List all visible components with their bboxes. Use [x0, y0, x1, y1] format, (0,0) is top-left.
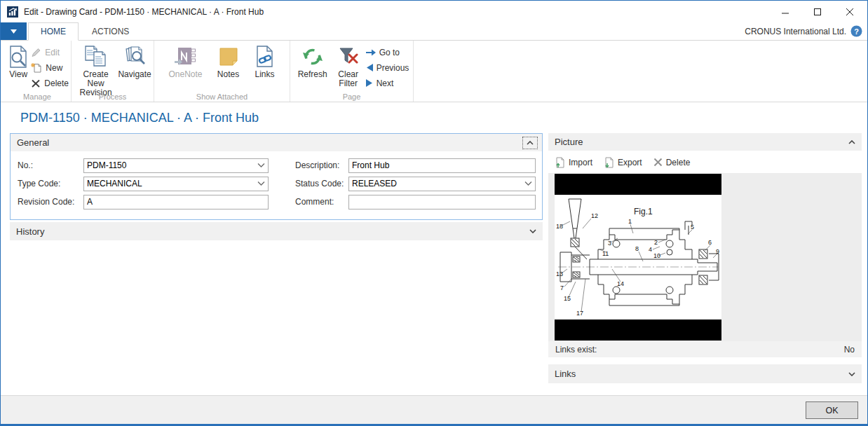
general-right-column: Description: Status Code: Comment: [295, 158, 536, 209]
help-icon[interactable]: ? [850, 25, 862, 37]
links-exist-label: Links exist: [555, 345, 597, 355]
footer-bar: OK [1, 395, 867, 424]
go-to-arrow-icon [366, 49, 376, 56]
navigate-button[interactable]: Navigate [118, 42, 151, 79]
comment-field [348, 195, 536, 209]
close-button[interactable] [834, 1, 866, 22]
create-new-revision-button[interactable]: Create New Revision [74, 42, 118, 97]
chevron-down-icon [257, 181, 265, 186]
status-code-label: Status Code: [295, 179, 348, 188]
description-input[interactable] [348, 158, 536, 173]
svg-text:18: 18 [556, 223, 563, 230]
maximize-button[interactable] [801, 1, 834, 22]
edit-button[interactable]: Edit [31, 46, 69, 58]
links-title: Links [555, 369, 576, 379]
svg-text:6: 6 [708, 239, 712, 246]
links-button[interactable]: Links [250, 42, 280, 79]
type-code-field [83, 177, 269, 191]
comment-label: Comment: [295, 197, 348, 207]
group-label-manage: Manage [4, 92, 71, 101]
minimize-icon [781, 8, 789, 16]
window-controls [769, 1, 866, 22]
type-code-input[interactable] [83, 177, 269, 191]
picture-header[interactable]: Picture [548, 133, 862, 151]
onenote-icon [175, 44, 197, 69]
type-code-dropdown-button[interactable] [257, 181, 265, 186]
previous-button[interactable]: Previous [366, 62, 409, 74]
onenote-button[interactable]: OneNote [164, 42, 208, 79]
svg-text:?: ? [854, 27, 859, 36]
history-expand-button[interactable] [529, 229, 536, 233]
previous-arrow-icon [366, 64, 373, 71]
general-collapse-button[interactable] [522, 137, 538, 149]
picture-toolbar: Import Export Delete [548, 152, 862, 172]
next-arrow-icon [366, 79, 373, 87]
no-input[interactable] [83, 158, 269, 173]
svg-text:7: 7 [560, 284, 564, 291]
status-code-input[interactable] [348, 177, 536, 191]
tab-actions[interactable]: ACTIONS [80, 22, 141, 40]
refresh-button[interactable]: Refresh [294, 42, 331, 79]
revision-code-label: Revision Code: [18, 197, 83, 207]
application-menu-button[interactable] [1, 22, 27, 40]
svg-text:3: 3 [608, 240, 611, 247]
go-to-button[interactable]: Go to [366, 46, 409, 58]
svg-text:5: 5 [691, 224, 694, 231]
drawing-callouts: 18 12 3 11 1 2 5 4 10 8 6 9 13 7 [556, 212, 719, 317]
links-fasttab[interactable]: Links [548, 364, 862, 383]
page-title: PDM-1150 · MECHANICAL · A · Front Hub [20, 111, 259, 125]
next-button[interactable]: Next [366, 77, 409, 89]
description-label: Description: [295, 160, 348, 170]
view-icon [8, 44, 29, 69]
create-new-revision-icon [84, 44, 108, 69]
history-fasttab[interactable]: History [10, 222, 543, 240]
general-header[interactable]: General [11, 134, 542, 151]
svg-text:2: 2 [654, 239, 658, 246]
svg-text:4: 4 [649, 246, 652, 253]
drawing-image[interactable]: 18 12 3 11 1 2 5 4 10 8 6 9 13 7 [555, 174, 721, 341]
maximize-icon [813, 8, 822, 16]
new-button[interactable]: New [31, 62, 69, 74]
status-code-dropdown-button[interactable] [524, 181, 532, 186]
svg-text:15: 15 [564, 295, 571, 302]
history-title: History [16, 226, 44, 237]
no-dropdown-button[interactable] [257, 163, 265, 168]
links-icon [255, 44, 275, 69]
links-expand-button[interactable] [848, 372, 855, 376]
general-title: General [17, 137, 49, 148]
window-title: Edit - Drawing Card - PDM-1150 · MECHANI… [24, 7, 264, 17]
new-document-icon [31, 62, 42, 74]
general-fasttab: General No.: Type Code: [10, 133, 543, 220]
picture-collapse-button[interactable] [848, 140, 855, 144]
type-code-label: Type Code: [18, 179, 83, 188]
ribbon-group-show-attached: OneNote Notes Links Show Attached [154, 41, 290, 102]
image-top-band [555, 174, 721, 195]
picture-import-button[interactable]: Import [555, 157, 592, 168]
ribbon-tab-strip: HOME ACTIONS CRONUS International Ltd. ? [1, 22, 867, 41]
svg-text:10: 10 [653, 252, 660, 259]
clear-filter-button[interactable]: Clear Filter [332, 42, 365, 88]
technical-drawing: 18 12 3 11 1 2 5 4 10 8 6 9 13 7 [555, 195, 721, 320]
chevron-down-icon [529, 229, 536, 233]
company-area: CRONUS International Ltd. ? [745, 22, 867, 40]
close-icon [846, 8, 854, 16]
picture-export-button[interactable]: Export [604, 157, 642, 168]
picture-delete-button[interactable]: Delete [653, 158, 691, 167]
edit-icon [31, 47, 41, 57]
no-label: No.: [18, 160, 83, 170]
ribbon: View Edit New Delete Manage [1, 41, 867, 102]
minimize-button[interactable] [769, 1, 801, 22]
status-code-field [348, 177, 536, 191]
view-button[interactable]: View [6, 42, 31, 79]
delete-button[interactable]: Delete [31, 77, 69, 89]
ok-button[interactable]: OK [806, 401, 858, 419]
comment-input[interactable] [348, 195, 536, 209]
manage-small-buttons: Edit New Delete [31, 42, 69, 89]
notes-button[interactable]: Notes [212, 42, 245, 79]
app-icon [7, 6, 18, 18]
notes-icon [218, 44, 239, 69]
revision-code-input[interactable] [83, 195, 269, 209]
delete-x-icon [653, 158, 663, 167]
tab-home[interactable]: HOME [28, 22, 79, 41]
svg-text:11: 11 [602, 250, 609, 257]
